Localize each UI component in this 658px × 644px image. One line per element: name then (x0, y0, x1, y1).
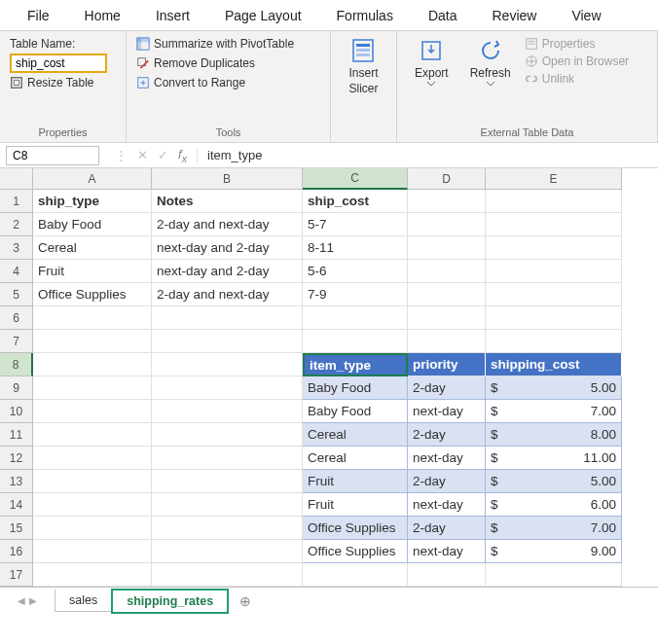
cell[interactable]: 2-day and next-day (152, 283, 303, 306)
cell[interactable] (486, 213, 622, 236)
cell[interactable]: Office Supplies (33, 283, 152, 306)
tab-view[interactable]: View (554, 2, 618, 29)
cancel-icon[interactable]: ✕ (137, 148, 148, 162)
cell[interactable]: 7-9 (303, 283, 408, 306)
cell[interactable] (33, 376, 152, 400)
cell[interactable] (33, 330, 152, 353)
cell[interactable] (486, 563, 622, 587)
row-header-12[interactable]: 12 (0, 447, 33, 470)
row-header-16[interactable]: 16 (0, 540, 33, 563)
tab-data[interactable]: Data (411, 2, 475, 29)
cell[interactable] (33, 470, 152, 493)
remove-duplicates-button[interactable]: Remove Duplicates (136, 56, 320, 70)
tab-page-layout[interactable]: Page Layout (207, 2, 319, 29)
cell[interactable] (303, 330, 408, 353)
convert-range-button[interactable]: Convert to Range (136, 76, 320, 89)
sheet-nav-prev[interactable]: ◀ (18, 595, 25, 606)
cell[interactable]: ship_type (33, 190, 152, 213)
cell[interactable] (408, 213, 486, 236)
cell[interactable] (408, 260, 486, 283)
col-header-D[interactable]: D (408, 168, 486, 190)
table-cell[interactable]: next-day (408, 540, 486, 563)
name-box[interactable] (6, 146, 99, 165)
row-header-4[interactable]: 4 (0, 260, 33, 283)
col-header-C[interactable]: C (303, 168, 408, 190)
cell[interactable]: Fruit (33, 260, 152, 283)
tab-insert[interactable]: Insert (138, 2, 207, 29)
row-header-9[interactable]: 9 (0, 376, 33, 400)
cell[interactable] (408, 236, 486, 260)
cell[interactable] (486, 190, 622, 213)
fx-icon[interactable]: fx (178, 147, 187, 164)
cell[interactable] (486, 236, 622, 260)
export-button[interactable]: Export (407, 37, 457, 87)
accept-icon[interactable]: ✓ (158, 148, 168, 162)
table-cell[interactable]: $6.00 (486, 493, 622, 517)
cell[interactable] (303, 306, 408, 330)
sheet-tab-shipping-rates[interactable]: shipping_rates (111, 589, 229, 614)
row-header-15[interactable]: 15 (0, 517, 33, 540)
table-cell[interactable]: $5.00 (486, 470, 622, 493)
cell[interactable] (152, 330, 303, 353)
resize-table-button[interactable]: Resize Table (10, 76, 116, 89)
cell[interactable] (152, 353, 303, 376)
table-cell[interactable]: Fruit (303, 470, 408, 493)
table-cell[interactable]: Cereal (303, 423, 408, 447)
cell[interactable]: 5-6 (303, 260, 408, 283)
row-header-2[interactable]: 2 (0, 213, 33, 236)
cell[interactable] (152, 470, 303, 493)
summarize-pivot-button[interactable]: Summarize with PivotTable (136, 37, 320, 51)
row-header-8[interactable]: 8 (0, 353, 33, 376)
row-header-14[interactable]: 14 (0, 493, 33, 517)
col-header-A[interactable]: A (33, 168, 152, 190)
col-header-E[interactable]: E (486, 168, 622, 190)
cell[interactable]: 8-11 (303, 236, 408, 260)
table-cell[interactable]: Office Supplies (303, 517, 408, 540)
select-all-corner[interactable] (0, 168, 33, 190)
cell[interactable]: next-day and 2-day (152, 260, 303, 283)
row-header-10[interactable]: 10 (0, 400, 33, 423)
insert-slicer-button[interactable]: InsertSlicer (341, 37, 385, 95)
table-cell[interactable]: $7.00 (486, 400, 622, 423)
cell[interactable] (408, 306, 486, 330)
sheet-tab-sales[interactable]: sales (55, 590, 112, 612)
cell[interactable] (33, 540, 152, 563)
cell[interactable] (152, 517, 303, 540)
row-header-11[interactable]: 11 (0, 423, 33, 447)
cell[interactable] (33, 353, 152, 376)
row-header-7[interactable]: 7 (0, 330, 33, 353)
cell[interactable] (408, 190, 486, 213)
cell[interactable]: Baby Food (33, 213, 152, 236)
cell[interactable] (152, 376, 303, 400)
cell[interactable] (152, 423, 303, 447)
add-sheet-button[interactable]: ⊕ (239, 593, 251, 609)
cell[interactable] (408, 283, 486, 306)
table-cell[interactable]: 2-day (408, 376, 486, 400)
refresh-button[interactable]: Refresh (462, 37, 519, 87)
table-cell[interactable]: $5.00 (486, 376, 622, 400)
cell[interactable] (152, 447, 303, 470)
table-cell[interactable]: $8.00 (486, 423, 622, 447)
cell[interactable] (408, 563, 486, 587)
table-cell[interactable]: 2-day (408, 517, 486, 540)
cell[interactable] (152, 540, 303, 563)
cell[interactable] (486, 306, 622, 330)
cell[interactable] (303, 563, 408, 587)
cell[interactable] (152, 400, 303, 423)
table-cell[interactable]: next-day (408, 493, 486, 517)
cell[interactable] (33, 400, 152, 423)
cell[interactable] (33, 563, 152, 587)
tab-home[interactable]: Home (67, 2, 138, 29)
tab-formulas[interactable]: Formulas (319, 2, 411, 29)
tab-review[interactable]: Review (475, 2, 555, 29)
table-cell[interactable]: $11.00 (486, 447, 622, 470)
table-cell[interactable]: $9.00 (486, 540, 622, 563)
table-header-priority[interactable]: priority (408, 353, 486, 376)
cell[interactable] (152, 493, 303, 517)
cell[interactable]: 2-day and next-day (152, 213, 303, 236)
table-cell[interactable]: next-day (408, 447, 486, 470)
table-cell[interactable]: Office Supplies (303, 540, 408, 563)
row-header-5[interactable]: 5 (0, 283, 33, 306)
table-header-item-type[interactable]: item_type (303, 353, 408, 376)
cell[interactable] (486, 260, 622, 283)
